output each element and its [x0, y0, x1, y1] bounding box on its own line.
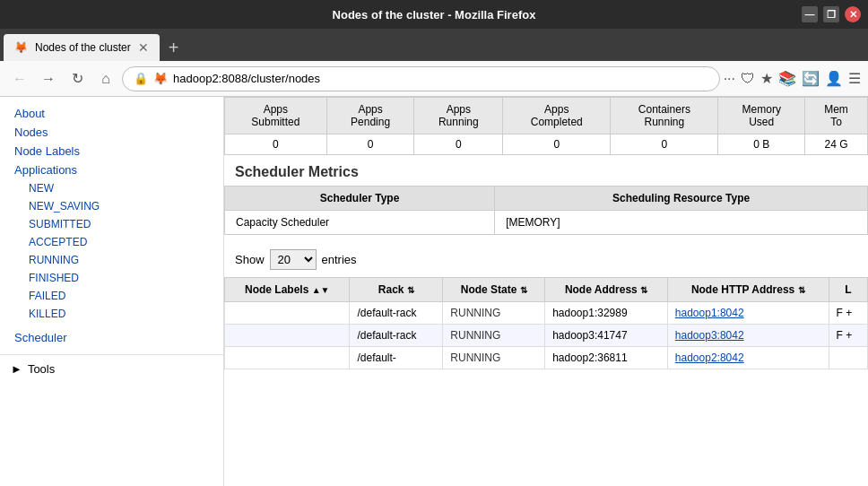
row3-address: hadoop2:36811 [545, 347, 668, 369]
sync-icon[interactable]: 🔄 [802, 70, 820, 87]
col-containers-running: ContainersRunning [611, 98, 718, 135]
star-icon[interactable]: ★ [760, 70, 773, 87]
window-controls: — ❐ ✕ [802, 6, 861, 22]
forward-button[interactable]: → [36, 66, 61, 91]
table-row: /default-rack RUNNING hadoop3:41747 hado… [225, 325, 868, 347]
col-apps-submitted: AppsSubmitted [225, 98, 327, 135]
sidebar-link-node-labels[interactable]: Node Labels [0, 142, 223, 161]
cluster-metrics-table: AppsSubmitted AppsPending AppsRunning Ap… [224, 97, 868, 155]
val-memory-used: 0 B [718, 135, 805, 155]
reload-button[interactable]: ↻ [65, 66, 90, 91]
row1-extra: F + [829, 302, 867, 325]
library-icon[interactable]: 📚 [778, 70, 796, 87]
row1-rack: /default-rack [350, 302, 443, 325]
sidebar-app-running[interactable]: RUNNING [0, 251, 223, 269]
firefox-icon: 🦊 [153, 72, 168, 85]
sidebar-app-accepted[interactable]: ACCEPTED [0, 233, 223, 251]
row2-http-link[interactable]: hadoop3:8042 [675, 329, 744, 342]
row1-http: hadoop1:8042 [667, 302, 829, 325]
bookmark-icon[interactable]: 🛡 [741, 71, 755, 87]
scheduler-col2-header: Scheduling Resource Type [495, 187, 868, 211]
row1-state: RUNNING [443, 302, 545, 325]
sidebar-app-submitted[interactable]: SUBMITTED [0, 215, 223, 233]
row2-address: hadoop3:41747 [545, 325, 668, 347]
val-memory-to: 24 G [805, 135, 868, 155]
row1-http-link[interactable]: hadoop1:8042 [675, 307, 744, 319]
sidebar: About Nodes Node Labels Applications NEW… [0, 97, 224, 486]
active-tab[interactable]: 🦊 Nodes of the cluster ✕ [4, 34, 160, 61]
sidebar-link-applications[interactable]: Applications [0, 161, 223, 179]
row3-extra [829, 347, 867, 369]
sidebar-link-nodes[interactable]: Nodes [0, 123, 223, 142]
maximize-button[interactable]: ❐ [823, 6, 839, 22]
scheduler-metrics-title: Scheduler Metrics [224, 155, 868, 186]
minimize-button[interactable]: — [802, 6, 818, 22]
sidebar-app-finished[interactable]: FINISHED [0, 269, 223, 287]
sidebar-app-new[interactable]: NEW [0, 179, 223, 197]
browser-titlebar: Nodes of the cluster - Mozilla Firefox —… [0, 0, 868, 29]
row3-http: hadoop2:8042 [667, 347, 829, 369]
security-icon: 🔒 [134, 72, 148, 85]
col-apps-completed: AppsCompleted [503, 98, 611, 135]
sidebar-link-scheduler[interactable]: Scheduler [0, 328, 223, 347]
row3-http-link[interactable]: hadoop2:8042 [675, 351, 744, 364]
show-entries-bar: Show 20 50 100 entries [224, 242, 868, 277]
val-apps-completed: 0 [503, 135, 611, 155]
tab-favicon: 🦊 [14, 41, 28, 54]
scheduler-resource-value: [MEMORY] [495, 211, 868, 235]
col-memory-to: MemTo [805, 98, 868, 135]
row2-state: RUNNING [443, 325, 545, 347]
val-apps-pending: 0 [326, 135, 414, 155]
home-button[interactable]: ⌂ [93, 66, 118, 91]
tools-label: Tools [28, 362, 55, 376]
row3-state: RUNNING [443, 347, 545, 369]
sidebar-app-failed[interactable]: FAILED [0, 287, 223, 305]
sidebar-app-new-saving[interactable]: NEW_SAVING [0, 197, 223, 215]
new-tab-button[interactable]: + [161, 34, 187, 61]
address-text: hadoop2:8088/cluster/nodes [173, 72, 708, 85]
address-bar[interactable]: 🔒 🦊 hadoop2:8088/cluster/nodes [122, 66, 720, 91]
col-apps-pending: AppsPending [326, 98, 414, 135]
tools-header[interactable]: ► Tools [0, 359, 223, 379]
scheduler-type-value: Capacity Scheduler [225, 211, 495, 235]
overflow-menu-icon[interactable]: ··· [724, 71, 735, 87]
col-node-address: Node Address ⇅ [545, 278, 668, 302]
sidebar-app-killed[interactable]: KILLED [0, 305, 223, 323]
col-extra: L [829, 278, 867, 302]
profile-icon[interactable]: 👤 [825, 70, 843, 87]
val-apps-submitted: 0 [225, 135, 327, 155]
val-apps-running: 0 [414, 135, 503, 155]
entries-label: entries [322, 253, 357, 266]
close-button[interactable]: ✕ [845, 6, 861, 22]
row2-rack: /default-rack [350, 325, 443, 347]
content-area: AppsSubmitted AppsPending AppsRunning Ap… [224, 97, 868, 486]
row1-address: hadoop1:32989 [545, 302, 668, 325]
scheduler-metrics-table: Scheduler Type Scheduling Resource Type … [224, 186, 868, 235]
entries-select[interactable]: 20 50 100 [270, 249, 317, 270]
tools-toggle-icon: ► [11, 362, 22, 376]
nodes-table: Node Labels ▲▼ Rack ⇅ Node State ⇅ Node … [224, 277, 868, 369]
show-label: Show [235, 253, 265, 266]
col-node-state: Node State ⇅ [443, 278, 545, 302]
hamburger-icon[interactable]: ☰ [848, 70, 861, 87]
main-layout: About Nodes Node Labels Applications NEW… [0, 97, 868, 486]
table-row: /default- RUNNING hadoop2:36811 hadoop2:… [225, 347, 868, 369]
sidebar-link-about[interactable]: About [0, 104, 223, 123]
tab-close-button[interactable]: ✕ [138, 40, 149, 55]
table-row: /default-rack RUNNING hadoop1:32989 hado… [225, 302, 868, 325]
back-button[interactable]: ← [7, 66, 32, 91]
col-memory-used: MemoryUsed [718, 98, 805, 135]
nav-bar: ← → ↻ ⌂ 🔒 🦊 hadoop2:8088/cluster/nodes ·… [0, 61, 868, 97]
nav-icons: ··· 🛡 ★ 📚 🔄 👤 ☰ [724, 70, 861, 87]
tools-section: ► Tools [0, 354, 223, 379]
col-apps-running: AppsRunning [414, 98, 503, 135]
col-rack: Rack ⇅ [350, 278, 443, 302]
row1-labels [225, 302, 350, 325]
tab-label: Nodes of the cluster [35, 41, 131, 54]
browser-title: Nodes of the cluster - Mozilla Firefox [333, 8, 536, 22]
row2-extra: F + [829, 325, 867, 347]
row3-rack: /default- [350, 347, 443, 369]
row2-labels [225, 325, 350, 347]
row3-labels [225, 347, 350, 369]
val-containers-running: 0 [611, 135, 718, 155]
